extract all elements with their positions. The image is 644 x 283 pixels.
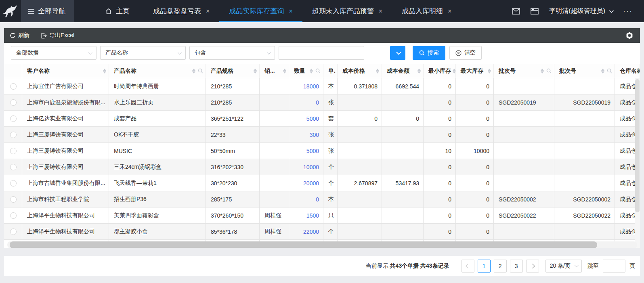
tab-close-icon[interactable]: × bbox=[206, 8, 210, 15]
column-header-cost_price[interactable]: 成本价格 bbox=[338, 64, 382, 78]
table-row[interactable]: 上海市古城香业集团股份有限...飞天线香—茉莉130*20*23020000个2… bbox=[4, 175, 640, 191]
tab-close-icon[interactable]: × bbox=[379, 8, 382, 15]
row-radio-button[interactable] bbox=[10, 196, 17, 203]
data-scope-select[interactable]: 全部数据 bbox=[11, 46, 96, 60]
row-radio-button[interactable] bbox=[10, 83, 17, 90]
table-row[interactable]: 上海市白鹿温泉旅游股份有限...水上乐园三折页210*2850张00SGD220… bbox=[4, 94, 640, 111]
keyword-input[interactable] bbox=[279, 46, 364, 60]
vertical-scrollbar[interactable] bbox=[635, 78, 640, 248]
table-row[interactable]: 上海三厦铸铁有限公司OK不干胶22*33300张00成品仓 bbox=[4, 127, 640, 143]
row-radio-button[interactable] bbox=[10, 148, 17, 154]
row-radio-button[interactable] bbox=[10, 212, 17, 219]
column-header-product[interactable]: 产品名称 bbox=[109, 64, 206, 78]
cell-cost_price bbox=[338, 143, 382, 159]
table-row[interactable]: 上海三厦铸铁有限公司MUSIC50*50mm5000张1010000成品仓 bbox=[4, 143, 640, 159]
clear-button-label: 清空 bbox=[464, 49, 476, 57]
sort-icon[interactable] bbox=[192, 69, 195, 73]
sort-icon[interactable] bbox=[541, 69, 544, 73]
sort-icon[interactable] bbox=[601, 69, 604, 73]
row-radio-button[interactable] bbox=[10, 115, 17, 122]
more-options-button[interactable]: ··· bbox=[623, 7, 633, 15]
sort-icon[interactable] bbox=[376, 69, 379, 73]
tab-inbound-detail[interactable]: 成品入库明细 × bbox=[392, 0, 461, 22]
row-radio-button[interactable] bbox=[10, 164, 17, 170]
column-header-customer[interactable]: 客户名称 bbox=[22, 64, 109, 78]
operator-select[interactable]: 包含 bbox=[189, 46, 275, 60]
cell-customer: 上海市古城香业集团股份有限... bbox=[22, 175, 109, 191]
horizontal-scrollbar[interactable] bbox=[7, 241, 637, 248]
search-field-select[interactable]: 产品名称 bbox=[100, 46, 186, 60]
tab-panying-pankui[interactable]: 成品盘盈盘亏表 × bbox=[143, 0, 219, 22]
table-row[interactable]: 上海泽平生物科技有限公司美莱四季面霜彩盒370*260*150周桂强1500只0… bbox=[4, 208, 640, 224]
window-panel-icon[interactable] bbox=[531, 8, 539, 15]
quantity-link[interactable]: 18000 bbox=[303, 83, 319, 90]
column-search-icon[interactable] bbox=[315, 68, 321, 73]
jump-page-input[interactable] bbox=[603, 260, 625, 273]
sort-icon[interactable] bbox=[453, 69, 456, 73]
sort-icon[interactable] bbox=[488, 69, 491, 73]
grid-settings-button[interactable] bbox=[619, 31, 640, 40]
quantity-link[interactable]: 1500 bbox=[306, 212, 319, 219]
table-row[interactable]: 上海宜佳广告有限公司时尚周年特典画册210*28518000本0.3718086… bbox=[4, 78, 640, 94]
column-search-icon[interactable] bbox=[546, 68, 552, 73]
next-page-button[interactable] bbox=[526, 260, 539, 273]
row-radio-button[interactable] bbox=[10, 228, 17, 235]
sort-icon[interactable] bbox=[103, 69, 106, 73]
clear-button[interactable]: 清空 bbox=[449, 46, 482, 60]
quantity-link[interactable]: 0 bbox=[316, 99, 319, 106]
cell-max_stock: 0 bbox=[456, 78, 494, 94]
quantity-link[interactable]: 5000 bbox=[306, 148, 319, 154]
row-radio-button[interactable] bbox=[10, 180, 17, 187]
tab-overdue-warning[interactable]: 超期未入库产品预警 × bbox=[302, 0, 392, 22]
row-radio-button[interactable] bbox=[10, 132, 17, 138]
search-button[interactable]: 搜索 bbox=[413, 46, 445, 60]
column-header-sales[interactable]: 销... bbox=[260, 64, 289, 78]
column-header-unit[interactable]: 单. bbox=[323, 64, 338, 78]
column-search-icon[interactable] bbox=[607, 68, 612, 73]
page-size-select[interactable]: 20 条/页 bbox=[545, 260, 582, 273]
page-button-2[interactable]: 2 bbox=[494, 260, 507, 273]
page-size-value: 20 条/页 bbox=[550, 262, 571, 270]
tab-home[interactable]: 主页 bbox=[95, 0, 139, 22]
column-header-qty[interactable]: 数量 bbox=[289, 64, 323, 78]
quantity-link[interactable]: 300 bbox=[310, 132, 319, 138]
tab-close-icon[interactable]: × bbox=[448, 8, 451, 15]
quantity-link[interactable]: 10000 bbox=[303, 164, 319, 170]
refresh-button[interactable]: 刷新 bbox=[4, 28, 35, 43]
quantity-link[interactable]: 0 bbox=[316, 196, 319, 203]
user-menu[interactable]: 李明清(超级管理员) bbox=[549, 7, 613, 15]
column-search-icon[interactable] bbox=[198, 68, 203, 73]
sort-icon[interactable] bbox=[283, 69, 286, 73]
column-header-max_stock[interactable]: 最大库存 bbox=[456, 64, 494, 78]
column-header-batch2[interactable]: 批次号 bbox=[554, 64, 615, 78]
table-row[interactable]: 上海三厦铸铁有限公司三禾24cm汤锅彩盒316*202*33010000个00成… bbox=[4, 159, 640, 175]
column-header-batch1[interactable]: 批次号 bbox=[494, 64, 554, 78]
sort-icon[interactable] bbox=[310, 69, 313, 73]
sort-icon[interactable] bbox=[254, 69, 257, 73]
expand-conditions-button[interactable] bbox=[390, 46, 405, 60]
column-header-warehouse[interactable]: 仓库名称 bbox=[615, 64, 640, 78]
sort-icon[interactable] bbox=[417, 69, 421, 73]
mail-icon[interactable] bbox=[512, 8, 520, 15]
horizontal-scrollbar-thumb[interactable] bbox=[10, 241, 597, 248]
column-header-spec[interactable]: 产品规格 bbox=[206, 64, 260, 78]
table-row[interactable]: 上海亿达实业有限公司成套产品365*251*1225000套0000成品仓 bbox=[4, 111, 640, 127]
prev-page-button[interactable] bbox=[461, 260, 474, 273]
page-button-1[interactable]: 1 bbox=[478, 260, 491, 273]
tab-actual-inventory-query[interactable]: 成品实际库存查询 × bbox=[219, 0, 302, 22]
column-header-min_stock[interactable]: 最小库存 bbox=[424, 64, 456, 78]
tab-close-icon[interactable]: × bbox=[289, 8, 292, 15]
table-row[interactable]: 上海泽平生物科技有限公司郡主凝胶小盒85*36*178周桂强22000个00成品… bbox=[4, 224, 640, 240]
table-row[interactable]: 上海市科技工程职业学院招生画册P36285*1750本00SGD22050002… bbox=[4, 191, 640, 208]
quantity-link[interactable]: 20000 bbox=[303, 180, 319, 187]
app-logo[interactable] bbox=[0, 0, 21, 22]
all-navigation-button[interactable]: 全部导航 bbox=[21, 0, 74, 22]
row-radio-button[interactable] bbox=[10, 99, 17, 106]
export-excel-button[interactable]: 导出Excel bbox=[35, 28, 80, 43]
vertical-scrollbar-thumb[interactable] bbox=[635, 79, 640, 212]
column-header-cost_amount[interactable]: 成本金额 bbox=[382, 64, 424, 78]
page-button-3[interactable]: 3 bbox=[510, 260, 523, 273]
quantity-link[interactable]: 22000 bbox=[303, 228, 319, 235]
cell-max_stock: 0 bbox=[456, 127, 494, 143]
quantity-link[interactable]: 5000 bbox=[306, 115, 319, 122]
